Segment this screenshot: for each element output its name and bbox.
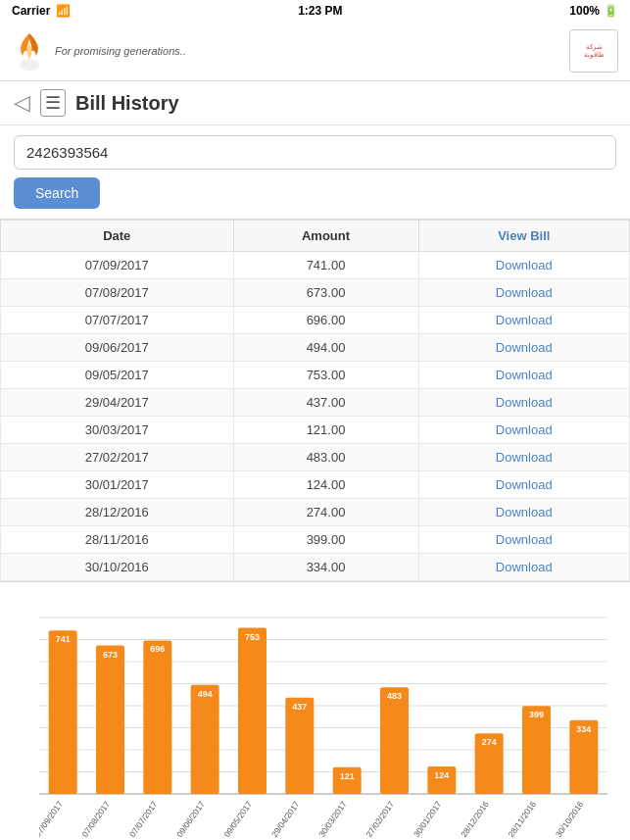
svg-text:30/03/2017: 30/03/2017 — [316, 799, 349, 839]
download-cell[interactable]: Download — [418, 334, 630, 362]
amount-cell: 399.00 — [233, 526, 418, 554]
download-cell[interactable]: Download — [418, 499, 630, 526]
download-cell[interactable]: Download — [418, 252, 630, 279]
svg-text:30/10/2016: 30/10/2016 — [554, 799, 586, 839]
bill-history-chart: 010020030040050060070080074107/09/201767… — [0, 582, 630, 840]
search-area: Search — [0, 125, 630, 219]
svg-text:27/02/2017: 27/02/2017 — [364, 799, 397, 839]
date-column-header: Date — [1, 221, 234, 252]
right-logo: شركةطاقوية — [569, 29, 618, 73]
svg-rect-41 — [380, 687, 409, 794]
amount-cell: 483.00 — [233, 444, 418, 471]
wifi-icon: 📶 — [56, 4, 71, 18]
svg-text:673: 673 — [103, 650, 118, 660]
svg-text:334: 334 — [576, 724, 591, 734]
svg-text:30/01/2017: 30/01/2017 — [412, 799, 444, 839]
table-row: 09/05/2017753.00Download — [1, 362, 630, 389]
amount-cell: 334.00 — [233, 554, 418, 581]
date-cell: 07/09/2017 — [1, 252, 234, 279]
svg-point-0 — [20, 59, 39, 71]
amount-cell: 753.00 — [233, 362, 418, 389]
svg-text:09/05/2017: 09/05/2017 — [222, 799, 255, 839]
date-cell: 09/06/2017 — [1, 334, 234, 362]
date-cell: 30/03/2017 — [1, 417, 234, 444]
svg-rect-23 — [96, 646, 124, 794]
app-header: For promising generations.. شركةطاقوية — [0, 22, 630, 81]
download-cell[interactable]: Download — [418, 362, 630, 389]
download-cell[interactable]: Download — [418, 307, 630, 334]
amount-cell: 494.00 — [233, 334, 418, 362]
svg-rect-35 — [285, 698, 314, 794]
bill-history-table: Date Amount View Bill 07/09/2017741.00Do… — [0, 219, 630, 582]
date-cell: 28/11/2016 — [1, 526, 234, 554]
table-row: 30/10/2016334.00Download — [1, 554, 630, 581]
svg-text:753: 753 — [245, 632, 260, 642]
status-bar: Carrier 📶 1:23 PM 100% 🔋 — [0, 0, 630, 22]
table-row: 07/08/2017673.00Download — [1, 279, 630, 307]
logo-area: For promising generations.. — [12, 29, 186, 73]
download-cell[interactable]: Download — [418, 417, 630, 444]
amount-cell: 124.00 — [233, 471, 418, 499]
date-cell: 30/10/2016 — [1, 554, 234, 581]
date-cell: 07/07/2017 — [1, 307, 234, 334]
svg-text:494: 494 — [198, 689, 213, 699]
table-row: 30/01/2017124.00Download — [1, 471, 630, 499]
chart-svg: 010020030040050060070080074107/09/201767… — [39, 598, 617, 840]
amount-cell: 274.00 — [233, 499, 418, 526]
download-cell[interactable]: Download — [418, 444, 630, 471]
battery-icon: 🔋 — [604, 4, 618, 18]
date-cell: 09/05/2017 — [1, 362, 234, 389]
date-cell: 07/08/2017 — [1, 279, 234, 307]
date-cell: 29/04/2017 — [1, 389, 234, 417]
table-row: 27/02/2017483.00Download — [1, 444, 630, 471]
svg-text:124: 124 — [434, 770, 449, 780]
svg-text:741: 741 — [56, 634, 71, 644]
svg-text:07/09/2017: 07/09/2017 — [39, 799, 65, 839]
svg-text:696: 696 — [150, 644, 165, 654]
status-left: Carrier 📶 — [12, 4, 71, 18]
amount-column-header: Amount — [233, 221, 418, 252]
svg-rect-32 — [238, 628, 267, 794]
svg-rect-20 — [49, 630, 77, 794]
svg-rect-26 — [143, 640, 171, 794]
nav-bar: ◁ ☰ Bill History — [0, 81, 630, 125]
page-title: Bill History — [75, 92, 179, 115]
svg-text:437: 437 — [292, 702, 307, 712]
table-row: 28/11/2016399.00Download — [1, 526, 630, 554]
viewbill-column-header: View Bill — [418, 221, 630, 252]
amount-cell: 696.00 — [233, 307, 418, 334]
svg-text:28/11/2016: 28/11/2016 — [507, 799, 539, 839]
download-cell[interactable]: Download — [418, 389, 630, 417]
amount-cell: 673.00 — [233, 279, 418, 307]
carrier-label: Carrier — [12, 4, 50, 18]
table-row: 07/09/2017741.00Download — [1, 252, 630, 279]
svg-text:399: 399 — [529, 710, 544, 719]
table-row: 09/06/2017494.00Download — [1, 334, 630, 362]
status-right: 100% 🔋 — [569, 4, 618, 18]
svg-text:483: 483 — [387, 691, 402, 701]
battery-label: 100% — [569, 4, 600, 18]
svg-text:29/04/2017: 29/04/2017 — [269, 799, 302, 839]
date-cell: 28/12/2016 — [1, 499, 234, 526]
svg-rect-29 — [191, 685, 219, 794]
table-row: 28/12/2016274.00Download — [1, 499, 630, 526]
download-cell[interactable]: Download — [418, 554, 630, 581]
svg-text:274: 274 — [482, 737, 497, 747]
date-cell: 30/01/2017 — [1, 471, 234, 499]
amount-cell: 121.00 — [233, 417, 418, 444]
date-cell: 27/02/2017 — [1, 444, 234, 471]
svg-text:07/08/2017: 07/08/2017 — [80, 799, 113, 839]
back-button[interactable]: ◁ — [14, 90, 30, 116]
right-logo-text: شركةطاقوية — [584, 43, 605, 60]
table-row: 29/04/2017437.00Download — [1, 389, 630, 417]
menu-button[interactable]: ☰ — [40, 89, 66, 117]
search-button[interactable]: Search — [14, 177, 100, 209]
download-cell[interactable]: Download — [418, 279, 630, 307]
download-cell[interactable]: Download — [418, 526, 630, 554]
table-row: 07/07/2017696.00Download — [1, 307, 630, 334]
flame-logo-icon — [12, 29, 47, 73]
download-cell[interactable]: Download — [418, 471, 630, 499]
amount-cell: 437.00 — [233, 389, 418, 417]
svg-text:07/07/2017: 07/07/2017 — [127, 799, 160, 839]
account-number-input[interactable] — [14, 135, 616, 170]
